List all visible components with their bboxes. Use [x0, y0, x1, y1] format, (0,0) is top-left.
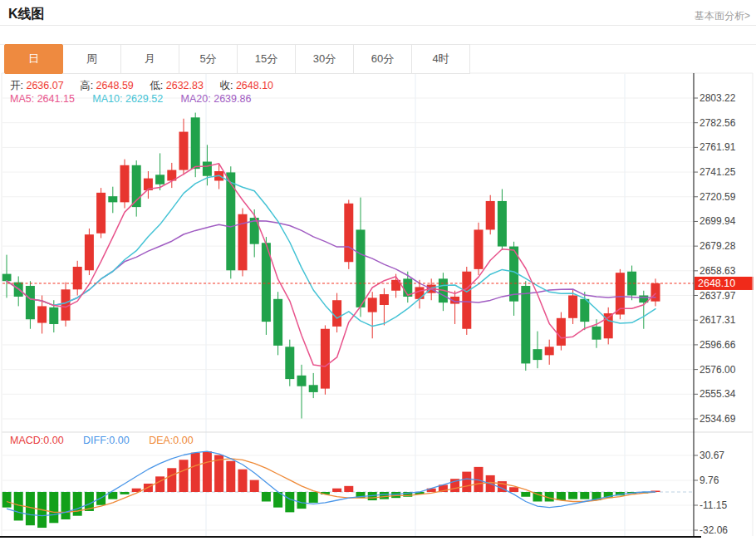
- kline-app: 2648.102803.222782.562761.912741.252720.…: [0, 0, 756, 541]
- macd-readout: MACD:0.00 DIFF:0.00 DEA:0.00: [10, 435, 210, 446]
- diff-value: DIFF:0.00: [83, 435, 130, 446]
- svg-text:2534.69: 2534.69: [700, 413, 736, 425]
- high-value: 2648.59: [96, 80, 134, 91]
- tab-5分[interactable]: 5分: [179, 44, 238, 74]
- ma20-value: MA20: 2639.86: [181, 93, 252, 105]
- svg-text:2699.94: 2699.94: [700, 215, 736, 227]
- svg-text:2576.00: 2576.00: [700, 364, 736, 376]
- svg-text:2782.56: 2782.56: [700, 117, 736, 129]
- macd-value: MACD:0.00: [10, 435, 64, 446]
- svg-text:-32.06: -32.06: [700, 524, 728, 536]
- timeframe-tabs: 日周月5分15分30分60分4时: [5, 44, 470, 74]
- tab-4时[interactable]: 4时: [411, 44, 470, 74]
- ohlc-readout: 开: 2636.07 高: 2648.59 低: 2632.83 收: 2648…: [10, 79, 287, 93]
- tab-30分[interactable]: 30分: [295, 44, 354, 74]
- candles-layer: [2, 113, 660, 419]
- fundamental-analysis-link[interactable]: 基本面分析>: [695, 9, 750, 23]
- dea-value: DEA:0.00: [149, 435, 194, 446]
- low-value: 2632.83: [166, 80, 204, 91]
- gridlines: [2, 74, 694, 536]
- svg-text:2617.31: 2617.31: [700, 314, 736, 326]
- svg-text:9.76: 9.76: [700, 475, 719, 486]
- close-label: 收:: [219, 80, 233, 91]
- tab-日[interactable]: 日: [4, 44, 63, 74]
- svg-text:2761.91: 2761.91: [700, 141, 736, 153]
- page-title: K线图: [8, 6, 45, 23]
- price-axis-labels: 2803.222782.562761.912741.252720.592699.…: [694, 92, 736, 425]
- close-value: 2648.10: [236, 80, 273, 91]
- ma-readout: MA5: 2641.15 MA10: 2629.52 MA20: 2639.86: [10, 93, 266, 105]
- ma5-value: MA5: 2641.15: [10, 93, 75, 105]
- svg-text:2555.34: 2555.34: [700, 388, 736, 400]
- tab-周[interactable]: 周: [62, 44, 121, 74]
- svg-text:2596.66: 2596.66: [700, 339, 736, 351]
- svg-text:30.67: 30.67: [700, 450, 724, 461]
- macd-axis-labels: 30.679.76-11.15-32.06: [694, 450, 728, 536]
- open-value: 2636.07: [26, 80, 63, 91]
- current-price-badge: 2648.10: [695, 277, 754, 290]
- svg-text:2658.63: 2658.63: [700, 265, 736, 277]
- svg-text:2741.25: 2741.25: [700, 166, 736, 178]
- tab-月[interactable]: 月: [120, 44, 179, 74]
- svg-text:2679.28: 2679.28: [700, 240, 736, 252]
- svg-text:2637.97: 2637.97: [700, 290, 736, 302]
- header-divider: [0, 25, 756, 26]
- svg-text:-11.15: -11.15: [700, 499, 727, 511]
- low-label: 低:: [150, 80, 163, 91]
- tab-60分[interactable]: 60分: [353, 44, 412, 74]
- svg-text:2803.22: 2803.22: [700, 92, 736, 104]
- svg-text:2648.10: 2648.10: [698, 278, 735, 289]
- svg-text:2720.59: 2720.59: [700, 191, 736, 203]
- tab-15分[interactable]: 15分: [237, 44, 296, 74]
- high-label: 高:: [80, 80, 93, 91]
- ma10-value: MA10: 2629.52: [92, 93, 163, 105]
- open-label: 开:: [10, 80, 23, 91]
- macd-bars-layer: [2, 451, 660, 528]
- diff-line: [7, 451, 655, 516]
